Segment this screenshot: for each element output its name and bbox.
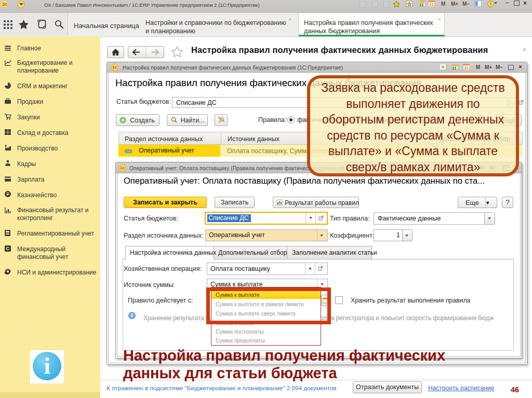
svg-text:C: C [6, 246, 10, 251]
svg-text:31: 31 [429, 2, 434, 7]
svg-text:31: 31 [464, 65, 469, 70]
